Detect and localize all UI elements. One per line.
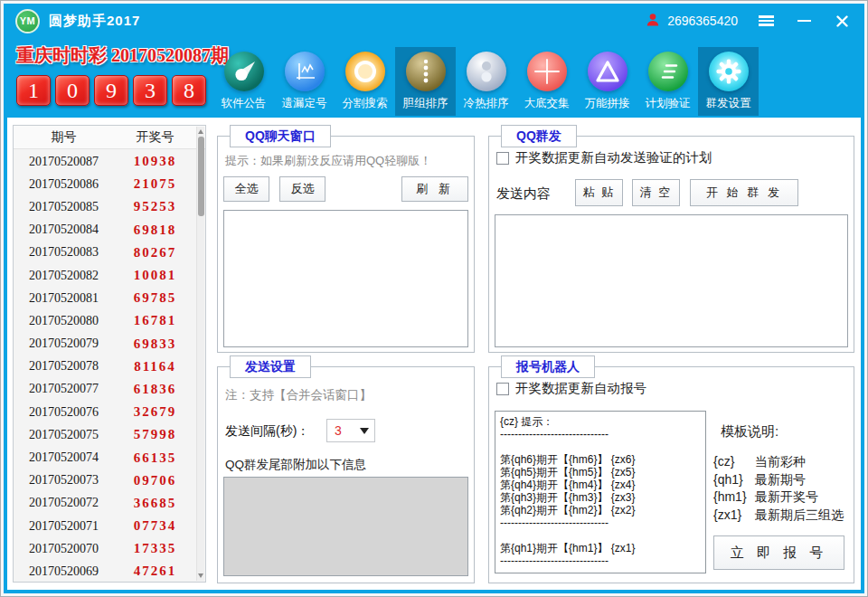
draw-digits: 1 0 9 3 8 xyxy=(16,75,229,106)
table-row[interactable]: 20170520086 21075 xyxy=(14,173,205,195)
template-legend-title: 模板说明: xyxy=(721,423,778,441)
toolbar-item-split-search[interactable]: 分割搜索 xyxy=(335,47,395,116)
interval-row: 发送间隔(秒)： 3 xyxy=(225,423,309,440)
toolbar-item-omission[interactable]: 遗漏定号 xyxy=(274,47,335,116)
merge-session-note: 注：支持【合并会话窗口】 xyxy=(225,387,372,403)
user-account[interactable]: 2696365420 xyxy=(646,13,738,30)
history-period: 20170520072 xyxy=(14,496,114,510)
history-number: 95253 xyxy=(114,199,196,214)
report-robot-panel-title: 报号机器人 xyxy=(501,355,595,378)
history-period: 20170520073 xyxy=(14,473,114,488)
table-row[interactable]: 20170520082 10081 xyxy=(14,264,205,287)
history-number: 69833 xyxy=(114,336,196,352)
table-row[interactable]: 20170520083 80267 xyxy=(14,242,205,264)
title-bar: YM 圆梦助手2017 2696365420 xyxy=(4,4,864,38)
history-number: 69785 xyxy=(114,290,196,306)
legend-item: {qh1}最新期号 xyxy=(713,471,844,489)
table-row[interactable]: 20170520076 32679 xyxy=(14,401,205,423)
user-id: 2696365420 xyxy=(667,14,738,28)
qq-chat-panel: QQ聊天窗口 提示：如果刷新没反应请用QQ轻聊版！ 全选 反选 刷 新 xyxy=(217,136,475,353)
digit-tile: 0 xyxy=(55,75,90,106)
table-scrollbar[interactable] xyxy=(196,127,204,581)
table-row[interactable]: 20170520085 95253 xyxy=(14,195,205,218)
toolbar-item-splice[interactable]: 万能拼接 xyxy=(577,47,637,116)
toolbar-item-group-send-settings[interactable]: 群发设置 xyxy=(698,47,759,116)
clear-button[interactable]: 清 空 xyxy=(632,179,680,206)
history-number: 07734 xyxy=(114,518,196,534)
history-number: 17335 xyxy=(114,541,196,556)
paste-button[interactable]: 粘 贴 xyxy=(575,179,623,206)
history-period: 20170520076 xyxy=(14,405,114,420)
legend-item: {cz}当前彩种 xyxy=(713,453,844,471)
legend-item: {hm1}最新开奖号 xyxy=(713,488,844,507)
qq-window-list[interactable] xyxy=(223,210,468,347)
ring-icon xyxy=(345,52,385,91)
history-period: 20170520083 xyxy=(14,245,114,260)
toolbar-item-hot-cold-sort[interactable]: 冷热排序 xyxy=(456,47,516,116)
table-row[interactable]: 20170520081 69785 xyxy=(14,287,205,309)
qq-group-send-panel: QQ群发 开奖数据更新自动发送验证的计划 发送内容 粘 贴 清 空 开 始 群 … xyxy=(488,136,854,353)
user-icon xyxy=(646,13,660,30)
minimize-button[interactable] xyxy=(794,11,814,31)
report-template-textarea[interactable]: {cz} 提示： ------------------------------ … xyxy=(495,411,706,573)
history-period: 20170520074 xyxy=(14,450,114,465)
table-row[interactable]: 20170520075 57998 xyxy=(14,423,205,446)
scroll-down-icon[interactable] xyxy=(198,573,203,578)
digit-tile: 3 xyxy=(133,75,167,106)
table-row[interactable]: 20170520079 69833 xyxy=(14,333,205,355)
interval-dropdown[interactable]: 3 xyxy=(326,419,375,442)
column-header-period: 期号 xyxy=(14,129,114,146)
toolbar-item-announcement[interactable]: 软件公告 xyxy=(213,47,274,116)
history-period: 20170520071 xyxy=(14,519,114,534)
toolbar: 软件公告 遗漏定号 分割搜索 胆组排序 xyxy=(213,47,759,116)
history-period: 20170520069 xyxy=(14,564,114,579)
tail-info-textarea[interactable] xyxy=(223,477,468,576)
scrollbar-thumb[interactable] xyxy=(198,137,204,216)
announcement-icon xyxy=(224,52,264,91)
qq-group-send-panel-title: QQ群发 xyxy=(501,125,577,147)
table-row[interactable]: 20170520071 07734 xyxy=(14,515,205,537)
toolbar-item-plan-verify[interactable]: 计划验证 xyxy=(637,47,698,116)
table-row[interactable]: 20170520069 47261 xyxy=(14,560,205,582)
auto-report-checkbox-row[interactable]: 开奖数据更新自动报号 xyxy=(496,380,646,397)
send-settings-panel: 发送设置 注：支持【合并会话窗口】 发送间隔(秒)： 3 QQ群发尾部附加以下信… xyxy=(217,366,475,583)
table-row[interactable]: 20170520087 10938 xyxy=(14,150,205,173)
scroll-up-icon[interactable] xyxy=(198,129,203,134)
table-row[interactable]: 20170520074 66135 xyxy=(14,446,205,469)
tail-info-label: QQ群发尾部附加以下信息 xyxy=(225,457,366,473)
toolbar-item-group-sort[interactable]: 胆组排序 xyxy=(395,47,456,116)
table-row[interactable]: 20170520080 16781 xyxy=(14,309,205,332)
checkbox-icon[interactable] xyxy=(496,383,509,395)
report-now-button[interactable]: 立 即 报 号 xyxy=(713,535,844,570)
history-number: 16781 xyxy=(114,313,196,328)
window-frame: YM 圆梦助手2017 2696365420 重庆时时彩 20170520087… xyxy=(0,0,868,597)
refresh-button[interactable]: 刷 新 xyxy=(401,176,468,202)
qq-chat-hint: 提示：如果刷新没反应请用QQ轻聊版！ xyxy=(225,153,431,169)
table-row[interactable]: 20170520077 61836 xyxy=(14,378,205,401)
template-legend: {cz}当前彩种 {qh1}最新期号 {hm1}最新开奖号 {zx1}最新期后三… xyxy=(713,453,844,524)
history-number: 61836 xyxy=(114,382,196,397)
select-all-button[interactable]: 全选 xyxy=(223,176,269,202)
table-row[interactable]: 20170520072 36685 xyxy=(14,492,205,515)
lottery-title: 重庆时时彩 20170520087期 xyxy=(16,43,229,68)
send-content-textarea[interactable] xyxy=(495,214,848,347)
menu-icon[interactable] xyxy=(756,11,776,31)
table-row[interactable]: 20170520070 17335 xyxy=(14,537,205,560)
invert-select-button[interactable]: 反选 xyxy=(279,176,326,202)
plus-icon xyxy=(527,52,567,91)
history-period: 20170520084 xyxy=(14,223,114,237)
toolbar-item-intersection[interactable]: 大底交集 xyxy=(516,47,577,116)
history-period: 20170520085 xyxy=(14,200,114,214)
start-group-send-button[interactable]: 开 始 群 发 xyxy=(690,179,798,206)
history-number: 69818 xyxy=(114,223,196,238)
history-rows: 20170520087 10938 20170520086 21075 2017… xyxy=(14,150,205,582)
interval-value: 3 xyxy=(335,423,342,438)
gear-icon xyxy=(709,52,749,91)
table-row[interactable]: 20170520084 69818 xyxy=(14,219,205,242)
close-button[interactable] xyxy=(832,11,852,31)
table-row[interactable]: 20170520078 81164 xyxy=(14,355,205,378)
table-row[interactable]: 20170520073 09706 xyxy=(14,469,205,492)
digit-tile: 8 xyxy=(172,75,206,106)
checkbox-icon[interactable] xyxy=(496,152,509,165)
auto-send-plan-checkbox-row[interactable]: 开奖数据更新自动发送验证的计划 xyxy=(496,149,712,166)
